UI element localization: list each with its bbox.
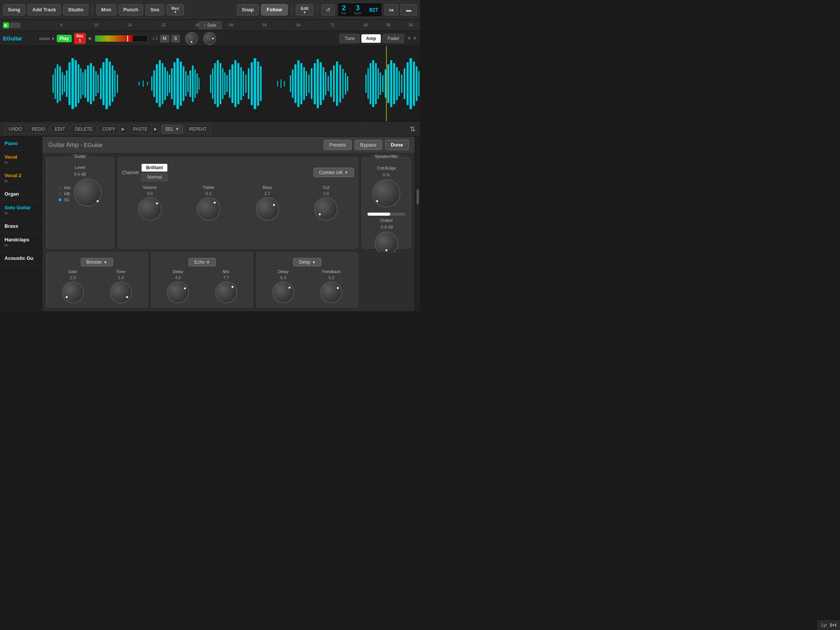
adjust-icon[interactable]: ⇅ [410, 125, 415, 133]
ruler-mark-16: 16 [94, 23, 98, 27]
sidebar-item-piano[interactable]: Piano [0, 137, 42, 150]
cntr-edge-knob-dot [376, 200, 378, 202]
bypass-button[interactable]: Bypass [355, 140, 382, 150]
treble-knob-dot [214, 202, 216, 204]
bar-label: bar [341, 11, 346, 15]
send-knob[interactable] [203, 32, 216, 45]
rec-button[interactable]: Rec ▼ [167, 4, 184, 16]
sidebar-item-acoustic[interactable]: Acoustic Gu [0, 251, 42, 265]
stop-button[interactable]: ▬ [400, 4, 417, 16]
cut-knob[interactable] [314, 197, 338, 221]
beat-display: 3 beat [355, 5, 362, 15]
channel-normal[interactable]: Normal [141, 173, 168, 181]
bass-knob[interactable] [256, 197, 279, 221]
volume-knob[interactable] [138, 197, 162, 221]
svg-rect-115 [409, 58, 412, 109]
level-knob[interactable] [74, 178, 102, 207]
gain-knob[interactable] [62, 281, 84, 303]
follow-button[interactable]: Follow [261, 4, 288, 16]
snap-button[interactable]: Snap [237, 4, 259, 16]
amp-button[interactable]: Amp [361, 34, 381, 43]
tune-button[interactable]: Tune [339, 34, 360, 43]
echo-delay-knob[interactable] [167, 281, 189, 303]
feedback-knob[interactable] [320, 281, 342, 303]
guitar-section: Guitar Level 9.4 dB Hot HB [46, 157, 114, 248]
transport-display: 2 bar : 3 beat · 827 [337, 3, 382, 17]
skip-back-button[interactable]: ⏮ [385, 4, 398, 16]
sc-radio[interactable]: SC [58, 197, 70, 202]
rec-button-track[interactable]: Rec1 [74, 33, 85, 44]
booster-preset-button[interactable]: Booster ▼ [81, 258, 113, 266]
presets-button[interactable]: Presets [324, 140, 352, 150]
beat-number: 3 [356, 5, 360, 11]
cntr-edge-knob[interactable] [373, 179, 400, 207]
song-button[interactable]: Song [3, 4, 25, 16]
sidebar-item-solo-guitar[interactable]: Solo Guitar m [0, 201, 42, 219]
mute-button[interactable]: M [160, 35, 169, 42]
transport-separator-2: · [364, 5, 366, 14]
mix-knob[interactable] [215, 281, 237, 303]
pan-knob[interactable] [185, 32, 198, 45]
repeat-button[interactable]: REPEAT [185, 125, 211, 134]
delay-delay-knob-dot [289, 287, 291, 289]
sos-button[interactable]: Sos [145, 4, 164, 16]
echo-preset-button[interactable]: Echo ▼ [188, 258, 215, 266]
copy-button[interactable]: COPY [99, 125, 119, 133]
guitar-controls: Level 9.4 dB Hot HB [50, 161, 110, 207]
output-knob-dot [385, 249, 387, 251]
svg-rect-81 [303, 67, 305, 101]
svg-rect-65 [240, 67, 242, 101]
sidebar-item-vocal[interactable]: Vocal m [0, 150, 42, 169]
fader-button[interactable]: Fader [383, 34, 404, 43]
mon-button[interactable]: Mon [96, 4, 116, 16]
edit-button-bar[interactable]: EDIT [51, 125, 69, 134]
play-button[interactable]: Play [57, 35, 72, 42]
sidebar-item-handclaps[interactable]: Handclaps m [0, 233, 42, 251]
undo-button[interactable]: UNDO [5, 125, 26, 134]
play-indicator[interactable]: ▶ [3, 22, 9, 28]
sidebar-item-brass[interactable]: Brass [0, 219, 42, 233]
channel-brilliant[interactable]: Brilliant [141, 164, 168, 172]
svg-rect-18 [87, 65, 89, 102]
level-knob-dot [97, 200, 99, 202]
svg-rect-92 [333, 65, 335, 102]
edit-button[interactable]: Edit ▼ [296, 4, 314, 16]
delay-delay-knob[interactable] [272, 281, 294, 303]
output-knob[interactable] [375, 232, 398, 252]
copy-arrow[interactable]: ▶ [119, 125, 127, 133]
output-slider-track[interactable] [368, 213, 405, 216]
solo-track-button[interactable]: S [172, 35, 180, 42]
paste-arrow[interactable]: ▶ [152, 125, 159, 133]
svg-rect-30 [139, 82, 139, 86]
echo-knobs: Delay 4.0 Mix 7.7 [156, 269, 249, 303]
amp-preset-button[interactable]: Combo UK ▼ [314, 168, 354, 177]
delay-preset-button[interactable]: Delay ▼ [293, 258, 321, 266]
punch-button[interactable]: Punch [118, 4, 144, 16]
waveform-area[interactable]: 0 1 2 [0, 46, 420, 122]
playback-controls[interactable]: ▶ [3, 22, 21, 28]
transport-separator: : [349, 5, 352, 14]
svg-rect-55 [214, 63, 216, 104]
studio-button[interactable]: Studio [63, 4, 88, 16]
scroll-thumb[interactable] [417, 189, 419, 204]
echo-header: Echo ▼ [156, 256, 249, 266]
tone-knob[interactable] [110, 281, 132, 303]
hot-radio[interactable]: Hot [58, 185, 70, 190]
sidebar-item-organ-label: Organ [5, 191, 37, 197]
add-track-button[interactable]: Add Track [28, 4, 61, 16]
svg-rect-97 [347, 76, 348, 92]
sidebar-item-vocal2[interactable]: Vocal 2 m [0, 169, 42, 187]
svg-rect-28 [114, 70, 115, 97]
sel-button[interactable]: SEL ▼ [161, 125, 183, 134]
sidebar-item-organ[interactable]: Organ [0, 187, 42, 201]
done-button[interactable]: Done [385, 140, 409, 150]
hb-radio[interactable]: HB [58, 191, 70, 196]
treble-knob[interactable] [197, 197, 220, 221]
svg-rect-42 [174, 62, 175, 105]
svg-rect-24 [103, 62, 105, 105]
delete-button[interactable]: DELETE [71, 125, 97, 134]
svg-rect-43 [176, 58, 179, 109]
redo-button[interactable]: REDO [28, 125, 49, 134]
paste-button[interactable]: PASTE [129, 125, 152, 133]
refresh-button[interactable]: ↺ [321, 4, 335, 16]
